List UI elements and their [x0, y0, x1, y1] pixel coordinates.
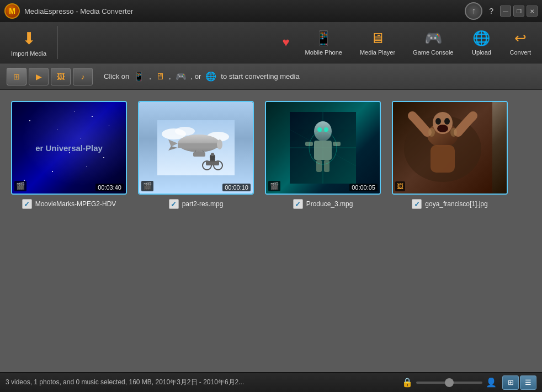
- filename-1: MoovieMarks-MPEG2-HDV: [35, 200, 116, 208]
- close-button[interactable]: ✕: [527, 6, 538, 17]
- convert-label: Convert: [509, 49, 531, 56]
- svg-rect-7: [193, 152, 205, 157]
- filter-comma2: ,: [169, 72, 171, 80]
- media-label-row-4: ✓ goya_francisco[1].jpg: [412, 199, 487, 209]
- checkbox-2[interactable]: ✓: [169, 199, 179, 209]
- update-button[interactable]: ↑: [465, 2, 482, 20]
- checkbox-3[interactable]: ✓: [293, 199, 303, 209]
- svg-point-40: [450, 128, 457, 137]
- filter-video-button[interactable]: ▶: [29, 68, 49, 85]
- svg-point-6: [217, 139, 222, 149]
- filter-photo-button[interactable]: 🖼: [51, 68, 71, 85]
- media-player-button[interactable]: 🖥 Media Player: [351, 26, 404, 59]
- upload-label: Upload: [472, 49, 491, 56]
- svg-point-17: [211, 153, 214, 156]
- filter-instruction-prefix: Click on: [104, 72, 129, 80]
- svg-point-2: [175, 127, 195, 136]
- mobile-label: Mobile Phone: [305, 49, 342, 56]
- svg-point-37: [437, 125, 448, 132]
- filter-all-button[interactable]: ⊞: [7, 68, 26, 85]
- video1-overlay-text: er Universal-Play: [35, 143, 103, 153]
- svg-rect-14: [206, 161, 219, 165]
- svg-point-35: [435, 118, 441, 125]
- thumbnail-3[interactable]: 🎬 00:00:05: [265, 101, 381, 195]
- mobile-phone-icon: 📱: [315, 30, 332, 47]
- title-bar: M MediaEspresso - Media Converter ↑ ? — …: [0, 0, 542, 22]
- filter-instruction-end: to start converting media: [221, 72, 299, 80]
- help-button[interactable]: ?: [489, 7, 493, 15]
- filter-instruction-or: , or: [191, 72, 201, 80]
- duration-1: 00:03:40: [95, 184, 124, 191]
- svg-rect-5: [178, 143, 220, 148]
- zoom-slider[interactable]: [416, 382, 482, 384]
- mediaplayer-label: Media Player: [360, 49, 395, 56]
- media-grid: er Universal-Play 🎬 00:03:40 ✓ MoovieMar…: [0, 90, 542, 372]
- mediaplayer-inline-icon: 🖥: [156, 72, 164, 82]
- filename-3: Produce_3.mpg: [306, 200, 353, 208]
- robot-svg: [290, 112, 356, 184]
- thumbnail-4[interactable]: 🖼: [392, 101, 508, 195]
- window-controls: ↑ ? — ❒ ✕: [465, 2, 538, 20]
- robot-decoration: [266, 102, 380, 194]
- filename-4: goya_francisco[1].jpg: [425, 200, 487, 208]
- thumbnail-1[interactable]: er Universal-Play 🎬 00:03:40: [11, 101, 127, 195]
- game-console-button[interactable]: 🎮 Game Console: [404, 26, 462, 59]
- app-logo: M: [4, 3, 20, 19]
- status-text: 3 videos, 1 photos, and 0 music selected…: [6, 378, 402, 387]
- svg-rect-25: [314, 141, 332, 160]
- mobile-phone-button[interactable]: 📱 Mobile Phone: [296, 26, 351, 59]
- svg-rect-28: [316, 160, 322, 172]
- gameconsole-label: Game Console: [413, 49, 453, 56]
- upload-icon: 🌐: [472, 30, 490, 47]
- thumbnail-2[interactable]: 🎬 00:00:10: [138, 101, 254, 195]
- media-label-row-3: ✓ Produce_3.mpg: [293, 199, 353, 209]
- video-badge-3: 🎬: [268, 181, 280, 191]
- game-console-icon: 🎮: [424, 30, 442, 47]
- toolbar-separator-1: [57, 26, 58, 59]
- svg-rect-38: [431, 145, 455, 173]
- convert-icon: ↩: [514, 30, 527, 47]
- window-title: MediaEspresso - Media Converter: [24, 7, 465, 15]
- lock-icon: 🔒: [402, 377, 413, 388]
- upload-button[interactable]: 🌐 Upload: [462, 26, 501, 59]
- checkbox-1[interactable]: ✓: [22, 199, 32, 209]
- media-card-1: er Universal-Play 🎬 00:03:40 ✓ MoovieMar…: [11, 101, 127, 209]
- person-icon: 👤: [486, 377, 497, 388]
- filter-instruction: Click on 📱 , 🖥 , 🎮 , or 🌐 to start conve…: [104, 71, 300, 82]
- image-badge-4: 🖼: [395, 181, 405, 191]
- svg-point-39: [428, 128, 435, 137]
- gamecontroller-inline-icon: 🎮: [176, 71, 187, 82]
- media-card-4: 🖼 ✓ goya_francisco[1].jpg: [392, 101, 508, 209]
- filter-bar: ⊞ ▶ 🖼 ♪ Click on 📱 , 🖥 , 🎮 , or 🌐 to sta…: [0, 63, 542, 90]
- filter-music-button[interactable]: ♪: [73, 68, 93, 85]
- zoom-slider-thumb: [445, 378, 454, 387]
- media-label-row-1: ✓ MoovieMarks-MPEG2-HDV: [22, 199, 116, 209]
- media-label-row-2: ✓ part2-res.mpg: [169, 199, 224, 209]
- restore-button[interactable]: ❒: [513, 6, 524, 17]
- filter-comma: ,: [149, 72, 151, 80]
- import-icon: ⬇: [22, 29, 36, 48]
- video-badge-1: 🎬: [14, 181, 26, 191]
- video-badge-2: 🎬: [141, 181, 153, 191]
- convert-button[interactable]: ↩ Convert: [501, 26, 540, 59]
- status-bar: 3 videos, 1 photos, and 0 music selected…: [0, 372, 542, 392]
- media-player-icon: 🖥: [370, 30, 385, 47]
- heart-icon: ♥: [283, 35, 290, 50]
- goya-svg: [393, 102, 492, 195]
- media-card-2: 🎬 00:00:10 ✓ part2-res.mpg: [138, 101, 254, 209]
- checkbox-4[interactable]: ✓: [412, 199, 422, 209]
- svg-point-36: [444, 118, 450, 125]
- view-toggle-buttons: ⊞ ☰: [502, 375, 536, 390]
- filename-2: part2-res.mpg: [182, 200, 224, 208]
- import-label: Import Media: [11, 50, 46, 57]
- blimp-decoration: [139, 102, 253, 194]
- mobile-inline-icon: 📱: [134, 71, 145, 82]
- list-view-button[interactable]: ☰: [520, 375, 536, 390]
- globe-inline-icon: 🌐: [205, 71, 216, 82]
- duration-3: 00:00:05: [349, 184, 378, 191]
- minimize-button[interactable]: —: [500, 6, 511, 17]
- toolbar: ⬇ Import Media ♥ 📱 Mobile Phone 🖥 Media …: [0, 22, 542, 63]
- media-card-3: 🎬 00:00:05 ✓ Produce_3.mpg: [265, 101, 381, 209]
- grid-view-button[interactable]: ⊞: [502, 375, 519, 390]
- import-media-button[interactable]: ⬇ Import Media: [2, 25, 55, 60]
